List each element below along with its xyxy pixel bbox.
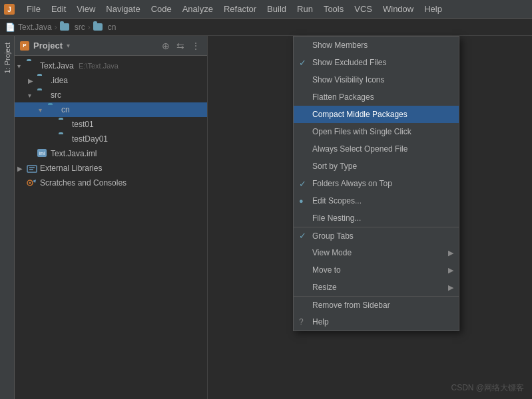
menu-build[interactable]: Build	[262, 0, 292, 18]
menu-code[interactable]: Code	[146, 0, 177, 18]
panel-gear-btn[interactable]: ⋮	[190, 39, 202, 53]
menu-view-mode[interactable]: View Mode ▶	[294, 244, 459, 261]
iml-icon: iml	[37, 149, 48, 158]
project-icon: P	[20, 41, 29, 51]
menu-edit[interactable]: Edit	[46, 0, 71, 18]
watermark: CSDN @网络大镖客	[451, 382, 524, 394]
tree-label-src: src	[51, 90, 61, 100]
check-show-excluded: ✓	[299, 58, 306, 68]
menu-analyze[interactable]: Analyze	[177, 0, 218, 18]
sidebar-tab: 1: Project	[0, 36, 15, 399]
menu-flatten-packages[interactable]: Flatten Packages	[294, 88, 459, 106]
menu-remove-sidebar[interactable]: Remove from Sidebar	[294, 296, 459, 313]
radio-edit-scopes: ●	[299, 197, 304, 205]
tree-label-iml: Text.Java.iml	[51, 149, 97, 158]
folder-icon-textjava	[27, 61, 37, 70]
tree-item-scratch[interactable]: Scratches and Consoles	[15, 176, 207, 190]
submenu-arrow-moveto: ▶	[448, 266, 453, 275]
breadcrumb-src[interactable]: src	[60, 23, 85, 32]
menu-vcs[interactable]: VCS	[349, 0, 378, 18]
menu-sort-type[interactable]: Sort by Type	[294, 158, 459, 175]
tree-arrow-extlib: ▶	[17, 165, 27, 172]
check-group-tabs: ✓	[299, 231, 306, 241]
menu-window[interactable]: Window	[378, 0, 419, 18]
menu-show-members[interactable]: Show Members	[294, 37, 459, 54]
menu-edit-scopes[interactable]: ● Edit Scopes...	[294, 192, 459, 209]
tree-arrow-idea: ▶	[28, 77, 37, 84]
tree-item-cn[interactable]: ▾ cn	[15, 102, 207, 117]
breadcrumb-cn-icon	[93, 23, 103, 31]
breadcrumb: 📄 Text.Java › src › cn	[0, 19, 532, 36]
breadcrumb-sep-2: ›	[88, 23, 91, 32]
menu-file[interactable]: File	[21, 0, 46, 18]
menu-bar: J File Edit View Navigate Code Analyze R…	[0, 0, 532, 19]
menu-folders-top[interactable]: ✓ Folders Always on Top	[294, 175, 459, 192]
menu-compact-packages[interactable]: Compact Middle Packages	[294, 106, 459, 123]
tree-label-scratch: Scratches and Consoles	[40, 178, 127, 188]
folder-icon-cn	[48, 105, 59, 114]
tree-label-cn: cn	[61, 105, 70, 114]
tree-arrow-textjava: ▾	[17, 63, 27, 70]
extlib-icon	[27, 164, 37, 173]
menu-group-tabs[interactable]: ✓ Group Tabs	[294, 227, 459, 244]
menu-view[interactable]: View	[71, 0, 101, 18]
tree-arrow-cn: ▾	[39, 106, 48, 114]
tree-label-textjava: Text.Java E:\Text.Java	[40, 61, 119, 70]
folder-icon-idea	[37, 76, 48, 85]
sidebar-tab-project[interactable]: 1: Project	[2, 39, 13, 77]
panel-dropdown-btn[interactable]: ▾	[67, 42, 70, 49]
tree-item-src[interactable]: ▾ src	[15, 88, 207, 102]
menu-resize[interactable]: Resize ▶	[294, 279, 459, 296]
menu-help[interactable]: ? Help	[294, 313, 459, 331]
menu-show-excluded[interactable]: ✓ Show Excluded Files	[294, 54, 459, 71]
menu-file-nesting[interactable]: File Nesting...	[294, 209, 459, 227]
tree-label-extlib: External Libraries	[40, 164, 102, 173]
svg-text:J: J	[7, 6, 11, 13]
project-panel: P Project ▾ ⊕ ⇆ ⋮ ▾ Text.Java E:\Text.Ja…	[15, 36, 208, 399]
scratch-icon	[27, 178, 37, 188]
check-folders-top: ✓	[299, 179, 306, 189]
submenu-arrow-resize: ▶	[448, 283, 453, 292]
menu-tools[interactable]: Tools	[318, 0, 349, 18]
menu-move-to[interactable]: Move to ▶	[294, 261, 459, 279]
panel-settings-btn[interactable]: ⇆	[175, 39, 186, 53]
svg-rect-2	[27, 166, 37, 172]
menu-run[interactable]: Run	[292, 0, 318, 18]
tree-label-test01: test01	[72, 120, 94, 129]
context-menu: Show Members ✓ Show Excluded Files Show …	[293, 36, 459, 331]
tree-container[interactable]: ▾ Text.Java E:\Text.Java ▶ .idea ▾ src	[15, 56, 207, 399]
breadcrumb-sep-1: ›	[55, 23, 57, 32]
panel-actions: ⊕ ⇆ ⋮	[160, 39, 202, 53]
folder-icon-testday01	[59, 134, 69, 144]
tree-item-extlib[interactable]: ▶ External Libraries	[15, 161, 207, 176]
tree-label-idea: .idea	[51, 76, 68, 85]
menu-show-visibility[interactable]: Show Visibility Icons	[294, 71, 459, 88]
app-logo: J	[3, 3, 16, 16]
folder-icon-src	[37, 90, 48, 100]
question-mark-icon: ?	[299, 317, 304, 327]
breadcrumb-file-icon: 📄	[5, 23, 15, 32]
breadcrumb-cn[interactable]: cn	[93, 23, 117, 32]
submenu-arrow-viewmode: ▶	[448, 249, 453, 257]
panel-title: Project	[33, 41, 63, 51]
menu-open-single-click[interactable]: Open Files with Single Click	[294, 123, 459, 140]
breadcrumb-text-java[interactable]: 📄 Text.Java	[5, 23, 52, 32]
menu-refactor[interactable]: Refactor	[218, 0, 262, 18]
tree-label-testday01: testDay01	[72, 134, 108, 144]
tree-item-test01[interactable]: test01	[15, 117, 207, 132]
panel-locate-btn[interactable]: ⊕	[160, 39, 171, 53]
tree-item-idea[interactable]: ▶ .idea	[15, 73, 207, 88]
folder-icon-test01	[59, 120, 69, 129]
menu-always-select[interactable]: Always Select Opened File	[294, 140, 459, 158]
tree-item-iml[interactable]: iml Text.Java.iml	[15, 146, 207, 161]
panel-header: P Project ▾ ⊕ ⇆ ⋮	[15, 36, 207, 56]
svg-point-6	[29, 182, 31, 184]
tree-item-testday01[interactable]: testDay01	[15, 132, 207, 146]
menu-help[interactable]: Help	[419, 0, 447, 18]
tree-arrow-src: ▾	[28, 92, 37, 99]
menu-navigate[interactable]: Navigate	[101, 0, 145, 18]
tree-item-textjava[interactable]: ▾ Text.Java E:\Text.Java	[15, 59, 207, 73]
breadcrumb-src-icon	[60, 23, 69, 31]
